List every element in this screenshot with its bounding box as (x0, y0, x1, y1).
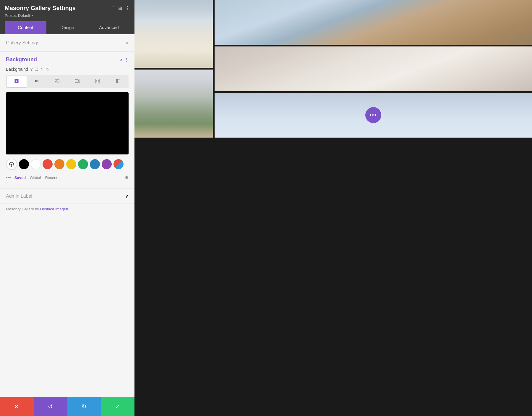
svg-rect-4 (75, 80, 78, 83)
menu-icon[interactable]: ⋮ (125, 5, 130, 11)
svg-rect-9 (116, 79, 118, 83)
background-section-title: Background (6, 57, 37, 63)
admin-label-title: Admin Label (6, 194, 32, 199)
bg-type-gradient[interactable] (27, 76, 47, 87)
preset-row[interactable]: Preset: Default ▾ (5, 13, 130, 18)
background-label: Background (6, 67, 28, 72)
background-help-icon[interactable]: ? (30, 67, 33, 72)
gallery-settings-title: Gallery Settings (6, 40, 39, 46)
svg-point-0 (16, 80, 17, 82)
color-tab-recent[interactable]: Recent (45, 175, 57, 180)
swatch-blue[interactable] (90, 159, 100, 169)
redo-icon: ↻ (82, 403, 87, 410)
gallery-item-desert[interactable] (134, 0, 213, 68)
more-swatches-icon[interactable]: ••• (6, 175, 11, 180)
svg-rect-5 (95, 79, 97, 80)
color-preview[interactable] (6, 92, 129, 154)
svg-rect-7 (95, 82, 97, 83)
focus-icon[interactable]: ⬚ (111, 5, 115, 11)
background-label-row: Background ? ☐ ↖ ↺ ⋮ (6, 67, 129, 72)
swatch-red[interactable] (43, 159, 53, 169)
cancel-button[interactable]: ✕ (0, 397, 34, 416)
preset-arrow: ▾ (31, 14, 33, 17)
preview-area: ••• (134, 0, 532, 416)
swatch-orange[interactable] (54, 159, 64, 169)
gallery-item-interior[interactable] (215, 46, 532, 91)
color-tab-saved[interactable]: Saved (14, 175, 26, 180)
panel-tabs: Content Design Advanced (5, 21, 130, 34)
gallery-item-dock-green[interactable] (134, 70, 213, 137)
svg-rect-10 (118, 79, 120, 83)
background-device-icon[interactable]: ☐ (35, 67, 38, 72)
bg-type-video[interactable] (68, 76, 87, 87)
panel-header: Masonry Gallery Settings ⬚ ⊞ ⋮ Preset: D… (0, 0, 134, 34)
color-tab-global[interactable]: Global (30, 175, 41, 180)
cancel-icon: ✕ (14, 403, 19, 410)
left-panel: Masonry Gallery Settings ⬚ ⊞ ⋮ Preset: D… (0, 0, 134, 416)
footer-credit: Masonry Gallery by Destaca Imagen (0, 204, 134, 217)
tab-content[interactable]: Content (5, 21, 46, 34)
gallery-settings-section[interactable]: Gallery Settings ∨ (0, 34, 134, 51)
color-tabs: Saved Global Recent ⚙ (14, 174, 129, 181)
background-section-header: Background ∧ ⋮ (6, 57, 129, 63)
swatch-white[interactable] (31, 159, 41, 169)
svg-rect-8 (98, 82, 100, 83)
gallery-settings-chevron: ∨ (126, 41, 129, 45)
background-section: Background ∧ ⋮ Background ? ☐ ↖ ↺ ⋮ (0, 52, 134, 188)
bg-type-mask[interactable] (108, 76, 128, 87)
layout-icon[interactable]: ⊞ (118, 5, 122, 11)
redo-button[interactable]: ↻ (67, 397, 101, 416)
more-button-dots: ••• (370, 112, 377, 118)
undo-button[interactable]: ↺ (34, 397, 67, 416)
gallery-item-pier[interactable] (215, 0, 532, 45)
background-reset-icon[interactable]: ↺ (46, 67, 49, 72)
panel-title: Masonry Gallery Settings (5, 5, 76, 12)
gallery-col-left (134, 0, 213, 138)
gallery-grid: ••• (134, 0, 532, 416)
tab-design[interactable]: Design (46, 21, 88, 34)
background-label-icons: ? ☐ ↖ ↺ ⋮ (30, 67, 55, 72)
bg-type-image[interactable] (47, 76, 67, 87)
background-cursor-icon[interactable]: ↖ (40, 67, 44, 72)
svg-rect-6 (98, 79, 100, 80)
bottom-bar: ✕ ↺ ↻ ✓ (0, 397, 134, 416)
panel-title-icons: ⬚ ⊞ ⋮ (111, 5, 130, 11)
color-settings-icon[interactable]: ⚙ (125, 175, 129, 180)
svg-point-12 (11, 164, 12, 165)
svg-rect-1 (35, 80, 39, 82)
color-swatches (6, 159, 129, 170)
swatch-black[interactable] (19, 159, 29, 169)
undo-icon: ↺ (48, 403, 53, 410)
tab-advanced[interactable]: Advanced (88, 21, 130, 34)
save-button[interactable]: ✓ (101, 397, 134, 416)
background-options-icon[interactable]: ⋮ (124, 57, 129, 62)
background-section-controls: ∧ ⋮ (120, 57, 129, 62)
swatch-yellow[interactable] (66, 159, 76, 169)
swatch-purple[interactable] (102, 159, 112, 169)
footer-link[interactable]: Destaca Imagen (40, 207, 68, 211)
panel-content: Gallery Settings ∨ Background ∧ ⋮ Backgr… (0, 34, 134, 397)
preset-label: Preset: Default (5, 13, 30, 18)
background-type-row (6, 75, 129, 88)
bg-type-pattern[interactable] (88, 76, 108, 87)
save-icon: ✓ (115, 403, 120, 410)
background-more-icon[interactable]: ⋮ (51, 67, 55, 72)
gallery-item-sky[interactable]: ••• (215, 93, 532, 138)
admin-label-chevron: ∨ (125, 193, 129, 199)
background-collapse-icon[interactable]: ∧ (120, 57, 123, 62)
bg-type-fill[interactable] (7, 76, 27, 87)
swatch-green[interactable] (78, 159, 88, 169)
swatch-gradient[interactable] (113, 159, 124, 169)
svg-rect-2 (55, 79, 59, 83)
more-button[interactable]: ••• (365, 107, 381, 123)
color-picker-button[interactable] (6, 159, 17, 170)
admin-label-section[interactable]: Admin Label ∨ (0, 188, 134, 204)
gallery-col-right: ••• (215, 0, 532, 138)
